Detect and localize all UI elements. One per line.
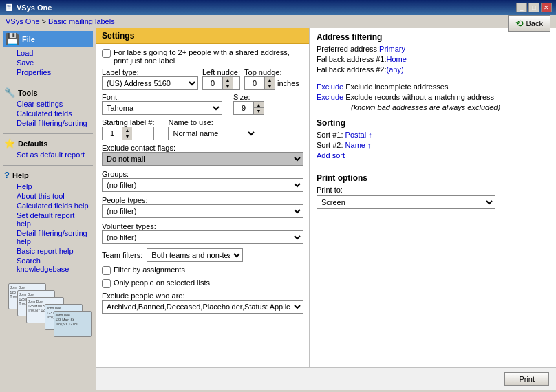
- left-nudge-input[interactable]: [203, 77, 222, 89]
- size-down[interactable]: ▼: [254, 108, 264, 114]
- volunteer-types-select[interactable]: (no filter): [102, 230, 303, 244]
- sort1-link[interactable]: Postal: [345, 131, 367, 139]
- breadcrumb-page[interactable]: Basic mailing labels: [48, 17, 115, 25]
- sort1-row: Sort #1: Postal ↑: [317, 131, 549, 139]
- sidebar-item-set-default[interactable]: Set as default report: [3, 150, 93, 160]
- top-nudge-input[interactable]: [245, 77, 264, 89]
- sidebar-section-help: ? Help Help About this tool Calculated f…: [3, 168, 93, 274]
- minimize-button[interactable]: _: [516, 3, 527, 12]
- size-input[interactable]: [234, 102, 253, 114]
- sidebar-item-about[interactable]: About this tool: [3, 191, 93, 201]
- shared-address-label: For labels going to 2+ people with a sha…: [114, 48, 303, 65]
- sidebar-section-file: 💾 File Load Save Properties: [3, 31, 93, 77]
- sort2-row: Sort #2: Name ↑: [317, 141, 549, 149]
- top-nudge-down[interactable]: ▼: [265, 83, 275, 89]
- label-type-select[interactable]: (US) Address 5160: [102, 76, 198, 90]
- fallback2-label: Fallback address #2:: [317, 65, 387, 74]
- address-filtering-section: Address filtering Preferred address:Prim…: [317, 32, 549, 111]
- starting-label-row: Starting label #: ▲ ▼ N: [102, 118, 303, 140]
- sidebar-item-save[interactable]: Save: [3, 58, 93, 67]
- only-selected-lists-label: Only people on selected lists: [114, 279, 210, 287]
- defaults-header: ⭐ Defaults: [3, 137, 93, 150]
- preferred-link[interactable]: Primary: [379, 45, 405, 53]
- exclude-no-match-label: Exclude records without a matching addre…: [345, 93, 494, 101]
- settings-header: Settings: [96, 28, 309, 44]
- starting-label-input[interactable]: [103, 127, 122, 140]
- breadcrumb-home[interactable]: VSys One: [6, 17, 40, 25]
- print-button[interactable]: Print: [504, 372, 549, 386]
- label-type-label: Label type:: [102, 68, 198, 76]
- sidebar-item-detail-help[interactable]: Detail filtering/sorting help: [3, 228, 93, 246]
- groups-label: Groups:: [102, 170, 303, 178]
- add-sort-link[interactable]: Add sort: [317, 151, 345, 160]
- people-types-select[interactable]: (no filter): [102, 204, 303, 218]
- filter-assignments-row: Filter by assignments: [102, 265, 303, 275]
- sidebar-section-defaults: ⭐ Defaults Set as default report: [3, 137, 93, 160]
- top-nudge-spinner[interactable]: ▲ ▼: [244, 76, 275, 90]
- name-to-use-select[interactable]: Normal name: [168, 127, 257, 140]
- only-selected-lists-checkbox[interactable]: [102, 279, 111, 288]
- sidebar-item-set-default-help[interactable]: Set default report help: [3, 210, 93, 228]
- sidebar-item-help[interactable]: Help: [3, 182, 93, 191]
- font-select[interactable]: Tahoma: [102, 101, 222, 115]
- left-nudge-label: Left nudge:: [202, 68, 240, 76]
- left-nudge-down[interactable]: ▼: [223, 83, 233, 89]
- fallback1-row: Fallback address #1:Home: [317, 55, 549, 63]
- volunteer-types-label: Volunteer types:: [102, 222, 303, 230]
- sidebar-item-detail-filtering[interactable]: Detail filtering/sorting: [3, 118, 93, 128]
- size-spinner[interactable]: ▲ ▼: [233, 101, 264, 115]
- settings-panel: Settings For labels going to 2+ people w…: [96, 28, 310, 367]
- envelope-preview: John Doe123 Main StTroy,NY 12180 John Do…: [7, 282, 89, 344]
- exclude-no-match-link[interactable]: Exclude: [317, 93, 343, 101]
- left-nudge-up[interactable]: ▲: [223, 77, 233, 83]
- exclude-contact-label: Exclude contact flags:: [102, 144, 303, 152]
- print-to-select[interactable]: Screen: [317, 195, 495, 209]
- font-group: Font: Tahoma: [102, 93, 222, 115]
- close-button[interactable]: ✕: [541, 3, 552, 12]
- label-type-row: Label type: (US) Address 5160 Left nudge…: [102, 68, 303, 90]
- fallback1-link[interactable]: Home: [387, 55, 407, 63]
- sidebar-item-properties[interactable]: Properties: [3, 67, 93, 77]
- label-type-group: Label type: (US) Address 5160: [102, 68, 198, 90]
- filter-assignments-label: Filter by assignments: [114, 265, 185, 274]
- exclude-incomplete-label: Exclude incomplete addresses: [345, 83, 448, 91]
- preferred-label: Preferred address:: [317, 45, 379, 53]
- sidebar-item-clear[interactable]: Clear settings: [3, 99, 93, 109]
- sorting-header: Sorting: [317, 118, 549, 128]
- sidebar-item-basic-help[interactable]: Basic report help: [3, 246, 93, 256]
- starting-label-spinner[interactable]: ▲ ▼: [102, 127, 154, 140]
- fallback2-row: Fallback address #2:(any): [317, 65, 549, 74]
- content-area: Settings For labels going to 2+ people w…: [96, 28, 556, 390]
- start-up[interactable]: ▲: [122, 127, 132, 133]
- exclude-people-group: Exclude people who are: Archived,Banned,…: [102, 292, 303, 314]
- sidebar-item-calculated-fields[interactable]: Calculated fields: [3, 109, 93, 118]
- sort2-link[interactable]: Name: [345, 141, 365, 149]
- size-group: Size: ▲ ▼: [233, 93, 264, 115]
- sidebar-item-calc-help[interactable]: Calculated fields help: [3, 201, 93, 210]
- size-label: Size:: [233, 93, 264, 101]
- shared-address-checkbox[interactable]: [102, 49, 111, 58]
- file-header: 💾 File: [3, 31, 93, 47]
- shared-address-row: For labels going to 2+ people with a sha…: [102, 48, 303, 65]
- exclude-contact-select[interactable]: Do not mail: [102, 152, 303, 166]
- groups-group: Groups: (no filter): [102, 170, 303, 192]
- exclude-people-select[interactable]: Archived,Banned,Deceased,Placeholder,Sta…: [102, 300, 303, 314]
- groups-select[interactable]: (no filter): [102, 178, 303, 192]
- sidebar-item-load[interactable]: Load: [3, 48, 93, 58]
- size-up[interactable]: ▲: [254, 102, 264, 108]
- fallback2-link[interactable]: (any): [387, 65, 404, 74]
- start-down[interactable]: ▼: [122, 133, 132, 140]
- back-label: Back: [526, 19, 543, 28]
- top-nudge-up[interactable]: ▲: [265, 77, 275, 83]
- print-to-label: Print to:: [317, 186, 549, 194]
- sidebar-item-search-kb[interactable]: Search knowledgebase: [3, 256, 93, 274]
- exclude-incomplete-link[interactable]: Exclude: [317, 83, 343, 91]
- maximize-button[interactable]: □: [528, 3, 539, 12]
- known-bad-note: (known bad addresses are always excluded…: [317, 103, 549, 111]
- left-nudge-spinner[interactable]: ▲ ▼: [202, 76, 240, 90]
- team-filters-select[interactable]: Both teams and non-teams: [147, 248, 243, 262]
- name-to-use-label: Name to use:: [168, 118, 303, 127]
- exclude-incomplete-row: Exclude Exclude incomplete addresses: [317, 83, 549, 91]
- filter-assignments-checkbox[interactable]: [102, 266, 111, 275]
- back-button[interactable]: ⟲ Back: [508, 15, 550, 32]
